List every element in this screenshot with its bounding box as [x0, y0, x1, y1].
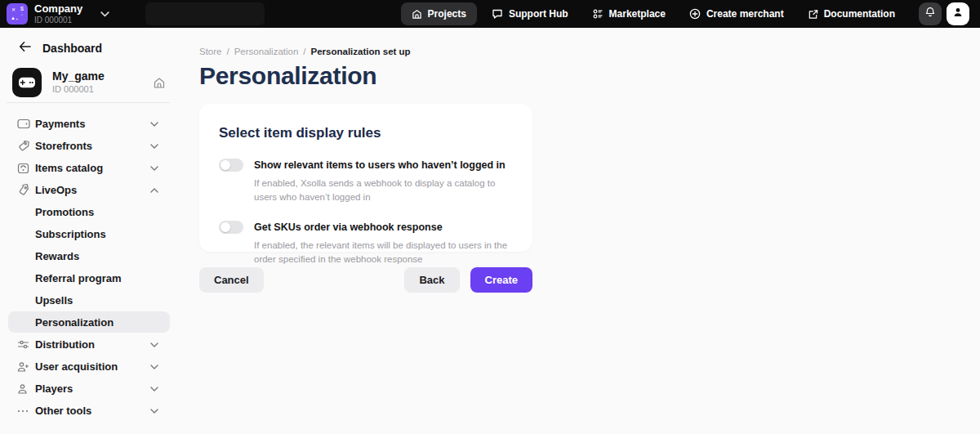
user-plus-icon: [17, 361, 30, 373]
company-name: Company: [34, 3, 82, 16]
main-content: Store / Personalization / Personalizatio…: [199, 28, 980, 434]
projects-building-icon: [412, 9, 422, 20]
chevron-up-icon: [150, 188, 158, 193]
topbar-nav: Projects Support Hub Marketplace Create …: [401, 0, 980, 28]
breadcrumb-separator: /: [227, 47, 229, 56]
sidebar-item-upsells[interactable]: Upsells: [0, 289, 183, 311]
nav-create-merchant[interactable]: Create merchant: [689, 8, 784, 20]
external-link-icon: [808, 9, 818, 20]
page-title: Personalization: [199, 62, 980, 90]
sidebar-item-referral-program[interactable]: Referral program: [0, 267, 183, 289]
breadcrumb-personalization[interactable]: Personalization: [234, 47, 299, 56]
bell-icon: [924, 7, 936, 21]
company-selector[interactable]: Company ID 000001: [34, 3, 82, 25]
sidebar-item-items-catalog[interactable]: Items catalog: [0, 157, 183, 179]
project-selector[interactable]: My_game ID 000001: [12, 68, 173, 97]
breadcrumb: Store / Personalization / Personalizatio…: [199, 47, 980, 56]
sidebar-item-payments[interactable]: Payments: [0, 113, 183, 135]
nav-create-merchant-label: Create merchant: [706, 8, 784, 20]
marketplace-list-icon: [592, 8, 604, 20]
nav-marketplace[interactable]: Marketplace: [592, 8, 666, 20]
cancel-button[interactable]: Cancel: [199, 267, 264, 293]
sidebar-item-other-tools[interactable]: Other tools: [0, 400, 183, 422]
chevron-down-icon: [150, 365, 158, 369]
sidebar-item-personalization[interactable]: Personalization: [0, 311, 183, 333]
sidebar-item-distribution[interactable]: Distribution: [0, 333, 183, 356]
wallet-icon: [17, 119, 30, 129]
back-to-dashboard[interactable]: Dashboard: [19, 41, 183, 56]
actions-bar: Cancel Back Create: [199, 267, 532, 293]
company-logo-icon[interactable]: ✕$▲◦▪: [7, 3, 28, 25]
sliders-icon: [17, 339, 30, 350]
company-id: ID 000001: [34, 16, 82, 25]
toggle-description: If enabled, the relevant items will be d…: [254, 239, 513, 266]
gamepad-icon: [12, 68, 42, 97]
notifications-button[interactable]: [919, 2, 942, 25]
sidebar-item-players[interactable]: Players: [0, 378, 183, 400]
sidebar-divider: [7, 102, 170, 103]
toggle-section-skus-order: Get SKUs order via webhook response If e…: [219, 221, 513, 266]
chevron-down-icon: [150, 166, 158, 171]
card-heading: Select item display rules: [219, 125, 513, 141]
user-avatar-icon: [952, 7, 964, 21]
breadcrumb-store[interactable]: Store: [199, 47, 222, 56]
tag-icon: [17, 184, 30, 196]
nav-documentation[interactable]: Documentation: [808, 8, 895, 20]
account-button[interactable]: [947, 2, 969, 25]
nav-projects-label: Projects: [428, 8, 466, 20]
nav-support-hub[interactable]: Support Hub: [492, 8, 568, 20]
breadcrumb-current: Personalization set up: [311, 47, 411, 56]
breadcrumb-separator: /: [303, 47, 305, 56]
topbar: ✕$▲◦▪ Company ID 000001 Projects Support…: [0, 0, 980, 28]
toggle-get-skus-order[interactable]: [219, 221, 243, 234]
toggle-show-relevant-items[interactable]: [219, 159, 243, 172]
sidebar-item-liveops[interactable]: LiveOps: [0, 179, 183, 201]
sidebar-item-subscriptions[interactable]: Subscriptions: [0, 223, 183, 245]
chevron-down-icon: [150, 144, 158, 149]
user-icon: [17, 383, 30, 395]
create-button[interactable]: Create: [470, 267, 532, 293]
back-arrow-icon: [19, 41, 31, 56]
sidebar-item-storefronts[interactable]: Storefronts: [0, 135, 183, 157]
company-chevron-down-icon[interactable]: [100, 11, 109, 17]
chevron-down-icon: [150, 342, 158, 347]
plus-circle-icon: [689, 8, 701, 20]
dashboard-label: Dashboard: [42, 42, 102, 55]
nav-documentation-label: Documentation: [824, 8, 895, 20]
toggle-label: Show relevant items to users who haven’t…: [254, 159, 506, 171]
sidebar: Dashboard My_game ID 000001 Payments: [0, 28, 183, 434]
project-id: ID 000001: [52, 84, 105, 96]
tag-icon: [17, 140, 30, 152]
project-name: My_game: [52, 69, 105, 84]
toggle-description: If enabled, Xsolla sends a webhook to di…: [254, 177, 513, 204]
toggle-section-relevant-items: Show relevant items to users who haven’t…: [219, 159, 513, 204]
sidebar-item-promotions[interactable]: Promotions: [0, 201, 183, 223]
nav-marketplace-label: Marketplace: [609, 8, 666, 20]
ellipsis-icon: [17, 409, 30, 413]
sidebar-menu: Payments Storefronts Items catalog: [0, 113, 183, 422]
back-button[interactable]: Back: [404, 267, 459, 293]
nav-projects[interactable]: Projects: [401, 2, 477, 25]
display-rules-card: Select item display rules Show relevant …: [199, 104, 532, 252]
chat-bubble-icon: [492, 8, 503, 20]
chevron-down-icon: [150, 409, 158, 414]
chevron-down-icon: [150, 122, 158, 127]
sidebar-item-rewards[interactable]: Rewards: [0, 245, 183, 267]
topbar-selector-panel[interactable]: [145, 2, 265, 25]
home-icon[interactable]: [154, 78, 165, 88]
toggle-label: Get SKUs order via webhook response: [254, 221, 443, 233]
archive-box-icon: [17, 163, 30, 174]
sidebar-item-user-acquisition[interactable]: User acquisition: [0, 356, 183, 378]
chevron-down-icon: [150, 387, 158, 391]
nav-support-hub-label: Support Hub: [509, 8, 568, 20]
